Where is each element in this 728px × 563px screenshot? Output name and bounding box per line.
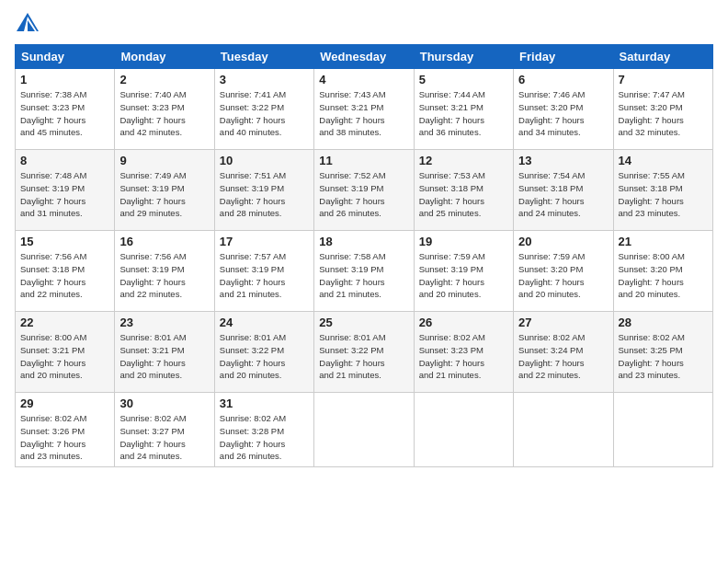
- day-number: 2: [119, 73, 209, 86]
- calendar-cell: 29Sunrise: 8:02 AM Sunset: 3:26 PM Dayli…: [16, 393, 115, 467]
- calendar-cell: 15Sunrise: 7:56 AM Sunset: 3:18 PM Dayli…: [16, 231, 115, 312]
- calendar-cell: [314, 393, 414, 467]
- calendar-cell: 21Sunrise: 8:00 AM Sunset: 3:20 PM Dayli…: [613, 231, 712, 312]
- calendar-cell: 31Sunrise: 8:02 AM Sunset: 3:28 PM Dayli…: [214, 393, 313, 467]
- day-number: 10: [220, 154, 309, 167]
- calendar-cell: 18Sunrise: 7:58 AM Sunset: 3:19 PM Dayli…: [314, 231, 414, 312]
- day-info: Sunrise: 8:02 AM Sunset: 3:24 PM Dayligh…: [518, 331, 608, 382]
- calendar-cell: 2Sunrise: 7:40 AM Sunset: 3:23 PM Daylig…: [115, 69, 214, 150]
- day-info: Sunrise: 8:01 AM Sunset: 3:22 PM Dayligh…: [319, 331, 408, 382]
- day-info: Sunrise: 7:56 AM Sunset: 3:19 PM Dayligh…: [119, 250, 209, 301]
- day-info: Sunrise: 7:56 AM Sunset: 3:18 PM Dayligh…: [20, 250, 109, 301]
- day-info: Sunrise: 8:00 AM Sunset: 3:20 PM Dayligh…: [619, 250, 708, 301]
- day-number: 15: [20, 235, 109, 248]
- day-number: 27: [518, 316, 608, 329]
- week-row: 1Sunrise: 7:38 AM Sunset: 3:23 PM Daylig…: [16, 69, 713, 150]
- day-info: Sunrise: 8:02 AM Sunset: 3:23 PM Dayligh…: [419, 331, 508, 382]
- header: [15, 11, 713, 37]
- days-of-week-row: SundayMondayTuesdayWednesdayThursdayFrid…: [16, 45, 713, 69]
- calendar-cell: 3Sunrise: 7:41 AM Sunset: 3:22 PM Daylig…: [214, 69, 313, 150]
- calendar-cell: 16Sunrise: 7:56 AM Sunset: 3:19 PM Dayli…: [115, 231, 214, 312]
- day-info: Sunrise: 7:59 AM Sunset: 3:20 PM Dayligh…: [518, 250, 608, 301]
- day-info: Sunrise: 8:02 AM Sunset: 3:25 PM Dayligh…: [619, 331, 708, 382]
- day-info: Sunrise: 7:59 AM Sunset: 3:19 PM Dayligh…: [419, 250, 508, 301]
- day-number: 5: [419, 73, 508, 86]
- day-number: 30: [119, 396, 209, 410]
- day-info: Sunrise: 7:48 AM Sunset: 3:19 PM Dayligh…: [20, 169, 109, 220]
- day-of-week-saturday: Saturday: [613, 45, 712, 69]
- day-number: 18: [319, 235, 408, 248]
- logo: [15, 11, 44, 37]
- day-info: Sunrise: 7:44 AM Sunset: 3:21 PM Dayligh…: [419, 88, 508, 139]
- calendar-cell: 27Sunrise: 8:02 AM Sunset: 3:24 PM Dayli…: [514, 312, 613, 393]
- calendar-cell: [414, 393, 513, 467]
- calendar-cell: 1Sunrise: 7:38 AM Sunset: 3:23 PM Daylig…: [16, 69, 115, 150]
- calendar-cell: 19Sunrise: 7:59 AM Sunset: 3:19 PM Dayli…: [414, 231, 513, 312]
- calendar-cell: 26Sunrise: 8:02 AM Sunset: 3:23 PM Dayli…: [414, 312, 513, 393]
- week-row: 8Sunrise: 7:48 AM Sunset: 3:19 PM Daylig…: [16, 150, 713, 231]
- calendar: SundayMondayTuesdayWednesdayThursdayFrid…: [15, 44, 713, 467]
- calendar-cell: 11Sunrise: 7:52 AM Sunset: 3:19 PM Dayli…: [314, 150, 414, 231]
- logo-icon: [15, 11, 40, 37]
- day-number: 31: [220, 396, 309, 410]
- calendar-cell: 13Sunrise: 7:54 AM Sunset: 3:18 PM Dayli…: [514, 150, 613, 231]
- day-info: Sunrise: 8:02 AM Sunset: 3:26 PM Dayligh…: [20, 412, 109, 463]
- day-number: 29: [20, 396, 109, 410]
- calendar-cell: 23Sunrise: 8:01 AM Sunset: 3:21 PM Dayli…: [115, 312, 214, 393]
- day-info: Sunrise: 7:53 AM Sunset: 3:18 PM Dayligh…: [419, 169, 508, 220]
- day-info: Sunrise: 8:01 AM Sunset: 3:22 PM Dayligh…: [220, 331, 309, 382]
- day-number: 14: [619, 154, 708, 167]
- calendar-cell: 14Sunrise: 7:55 AM Sunset: 3:18 PM Dayli…: [613, 150, 712, 231]
- day-number: 12: [419, 154, 508, 167]
- day-info: Sunrise: 7:43 AM Sunset: 3:21 PM Dayligh…: [319, 88, 408, 139]
- day-info: Sunrise: 7:46 AM Sunset: 3:20 PM Dayligh…: [518, 88, 608, 139]
- day-of-week-sunday: Sunday: [16, 45, 115, 69]
- calendar-cell: 20Sunrise: 7:59 AM Sunset: 3:20 PM Dayli…: [514, 231, 613, 312]
- day-info: Sunrise: 8:02 AM Sunset: 3:28 PM Dayligh…: [220, 412, 309, 463]
- calendar-cell: [613, 393, 712, 467]
- day-number: 4: [319, 73, 408, 86]
- day-info: Sunrise: 8:02 AM Sunset: 3:27 PM Dayligh…: [119, 412, 209, 463]
- day-of-week-monday: Monday: [115, 45, 214, 69]
- day-number: 8: [20, 154, 109, 167]
- day-of-week-friday: Friday: [514, 45, 613, 69]
- calendar-cell: 9Sunrise: 7:49 AM Sunset: 3:19 PM Daylig…: [115, 150, 214, 231]
- calendar-cell: 5Sunrise: 7:44 AM Sunset: 3:21 PM Daylig…: [414, 69, 513, 150]
- calendar-cell: 7Sunrise: 7:47 AM Sunset: 3:20 PM Daylig…: [613, 69, 712, 150]
- day-info: Sunrise: 7:55 AM Sunset: 3:18 PM Dayligh…: [619, 169, 708, 220]
- calendar-cell: 25Sunrise: 8:01 AM Sunset: 3:22 PM Dayli…: [314, 312, 414, 393]
- day-info: Sunrise: 7:38 AM Sunset: 3:23 PM Dayligh…: [20, 88, 109, 139]
- day-info: Sunrise: 7:54 AM Sunset: 3:18 PM Dayligh…: [518, 169, 608, 220]
- calendar-cell: 17Sunrise: 7:57 AM Sunset: 3:19 PM Dayli…: [214, 231, 313, 312]
- calendar-cell: 8Sunrise: 7:48 AM Sunset: 3:19 PM Daylig…: [16, 150, 115, 231]
- calendar-cell: 6Sunrise: 7:46 AM Sunset: 3:20 PM Daylig…: [514, 69, 613, 150]
- page: SundayMondayTuesdayWednesdayThursdayFrid…: [0, 0, 728, 563]
- day-number: 23: [119, 316, 209, 329]
- day-info: Sunrise: 7:40 AM Sunset: 3:23 PM Dayligh…: [119, 88, 209, 139]
- day-info: Sunrise: 7:41 AM Sunset: 3:22 PM Dayligh…: [220, 88, 309, 139]
- calendar-cell: 22Sunrise: 8:00 AM Sunset: 3:21 PM Dayli…: [16, 312, 115, 393]
- week-row: 15Sunrise: 7:56 AM Sunset: 3:18 PM Dayli…: [16, 231, 713, 312]
- calendar-cell: 12Sunrise: 7:53 AM Sunset: 3:18 PM Dayli…: [414, 150, 513, 231]
- day-info: Sunrise: 7:49 AM Sunset: 3:19 PM Dayligh…: [119, 169, 209, 220]
- day-number: 13: [518, 154, 608, 167]
- day-number: 26: [419, 316, 508, 329]
- day-of-week-tuesday: Tuesday: [214, 45, 313, 69]
- day-number: 24: [220, 316, 309, 329]
- day-number: 22: [20, 316, 109, 329]
- day-number: 19: [419, 235, 508, 248]
- day-number: 7: [619, 73, 708, 86]
- day-number: 17: [220, 235, 309, 248]
- day-number: 11: [319, 154, 408, 167]
- week-row: 22Sunrise: 8:00 AM Sunset: 3:21 PM Dayli…: [16, 312, 713, 393]
- day-info: Sunrise: 7:47 AM Sunset: 3:20 PM Dayligh…: [619, 88, 708, 139]
- calendar-body: 1Sunrise: 7:38 AM Sunset: 3:23 PM Daylig…: [16, 69, 713, 467]
- day-number: 28: [619, 316, 708, 329]
- day-info: Sunrise: 7:52 AM Sunset: 3:19 PM Dayligh…: [319, 169, 408, 220]
- calendar-cell: 28Sunrise: 8:02 AM Sunset: 3:25 PM Dayli…: [613, 312, 712, 393]
- day-number: 6: [518, 73, 608, 86]
- calendar-cell: 4Sunrise: 7:43 AM Sunset: 3:21 PM Daylig…: [314, 69, 414, 150]
- day-info: Sunrise: 7:51 AM Sunset: 3:19 PM Dayligh…: [220, 169, 309, 220]
- day-number: 3: [220, 73, 309, 86]
- day-number: 16: [119, 235, 209, 248]
